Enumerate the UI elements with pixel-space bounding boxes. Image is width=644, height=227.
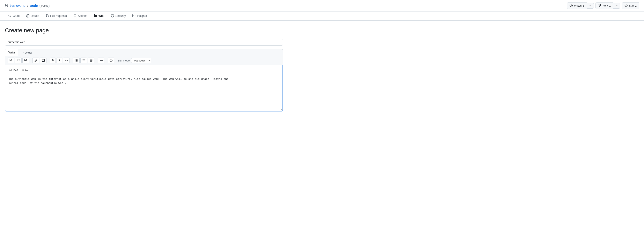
task-list-button[interactable] (88, 58, 94, 63)
h1-button[interactable]: h1 (8, 58, 14, 63)
watch-dropdown-button[interactable] (587, 3, 594, 9)
repo-separator: / (27, 4, 28, 8)
main-content: Create new page Write Preview h1 h2 h3 B… (0, 20, 288, 118)
bold-button[interactable]: B (50, 58, 56, 63)
watch-button[interactable]: Watch 5 (567, 2, 587, 9)
hr-button[interactable]: — (98, 58, 104, 63)
page-title-input[interactable] (5, 39, 283, 46)
tab-pull-requests[interactable]: Pull requests (42, 12, 70, 20)
h3-button[interactable]: h3 (22, 58, 29, 63)
star-label: Star (629, 4, 634, 8)
italic-button[interactable]: i (56, 58, 62, 63)
repo-identity: trustoverip / acdc Public (5, 4, 50, 8)
star-button[interactable]: Star 2 (622, 2, 639, 9)
fork-dropdown-button[interactable] (613, 3, 620, 9)
fork-group: Fork 1 (596, 2, 620, 9)
editor-textarea[interactable]: ## Definition The authentic web is the i… (5, 65, 282, 110)
editor-wrapper: ## Definition The authentic web is the i… (5, 65, 283, 112)
toolbar-divider-2 (48, 58, 48, 62)
tab-code-label: Code (13, 14, 20, 18)
tab-issues-label: Issues (31, 14, 39, 18)
repo-nav: Code Issues Pull requests Actions Wiki S… (0, 12, 644, 20)
repo-actions: Watch 5 Fork 1 Star 2 (567, 2, 639, 9)
star-count: 2 (635, 4, 636, 8)
watch-count: 5 (583, 4, 584, 8)
tab-security-label: Security (115, 14, 126, 18)
h2-button[interactable]: h2 (15, 58, 22, 63)
watch-group: Watch 5 (567, 2, 594, 9)
fork-count: 1 (609, 4, 611, 8)
fork-button[interactable]: Fork 1 (596, 2, 613, 9)
edit-mode-label: Edit mode: (118, 59, 130, 62)
repo-name[interactable]: acdc (30, 4, 38, 8)
editor-tabs: Write Preview (5, 49, 283, 56)
code-button[interactable]: <> (63, 58, 70, 63)
tab-issues[interactable]: Issues (23, 12, 42, 20)
watch-label: Watch (574, 4, 582, 8)
tab-insights[interactable]: Insights (129, 12, 150, 20)
edit-mode-select[interactable]: Markdown Visual (131, 58, 151, 63)
link-button[interactable] (32, 58, 39, 63)
tab-insights-label: Insights (137, 14, 147, 18)
star-group: Star 2 (622, 2, 639, 9)
tab-security[interactable]: Security (108, 12, 129, 20)
repo-icon (5, 4, 8, 8)
tab-code[interactable]: Code (5, 12, 23, 20)
editor-toolbar: h1 h2 h3 B i <> — Edit mode: Markd (5, 56, 283, 65)
write-tab[interactable]: Write (5, 49, 18, 56)
top-bar: trustoverip / acdc Public Watch 5 Fork 1 (0, 0, 644, 12)
page-title: Create new page (5, 27, 283, 34)
repo-owner-link[interactable]: trustoverip (10, 4, 25, 8)
ordered-list-button[interactable] (80, 58, 87, 63)
visibility-badge: Public (40, 4, 50, 8)
fork-label: Fork (603, 4, 608, 8)
tab-actions-label: Actions (78, 14, 88, 18)
toolbar-divider-4 (96, 58, 96, 62)
unordered-list-button[interactable] (73, 58, 80, 63)
tab-wiki-label: Wiki (98, 14, 104, 18)
tab-wiki[interactable]: Wiki (91, 12, 108, 20)
tab-actions[interactable]: Actions (70, 12, 91, 20)
image-button[interactable] (40, 58, 46, 63)
preview-tab[interactable]: Preview (18, 49, 35, 56)
tab-pull-requests-label: Pull requests (50, 14, 67, 18)
help-button[interactable] (108, 58, 114, 63)
